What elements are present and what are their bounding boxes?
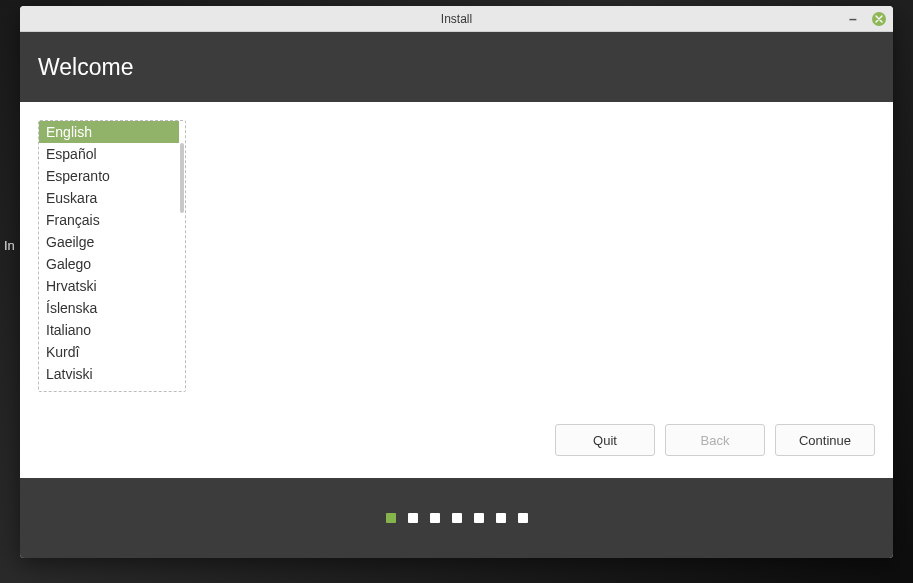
progress-dot[interactable] (496, 513, 506, 523)
titlebar[interactable]: Install – (20, 6, 893, 32)
back-button: Back (665, 424, 765, 456)
button-row: Quit Back Continue (555, 424, 875, 456)
language-option[interactable]: Íslenska (39, 297, 179, 319)
language-option[interactable]: Esperanto (39, 165, 179, 187)
language-option[interactable]: Français (39, 209, 179, 231)
language-option[interactable]: Latviski (39, 363, 179, 385)
background-text-fragment: In (4, 238, 15, 253)
progress-dot[interactable] (452, 513, 462, 523)
language-option[interactable]: Kurdî (39, 341, 179, 363)
close-icon (872, 12, 886, 26)
language-option[interactable]: English (39, 121, 179, 143)
scrollbar-thumb[interactable] (180, 143, 184, 213)
quit-button[interactable]: Quit (555, 424, 655, 456)
progress-dot[interactable] (386, 513, 396, 523)
window-title: Install (441, 12, 472, 26)
progress-footer (20, 478, 893, 558)
progress-dot[interactable] (474, 513, 484, 523)
language-option[interactable]: Italiano (39, 319, 179, 341)
progress-dot[interactable] (518, 513, 528, 523)
language-option[interactable]: Galego (39, 253, 179, 275)
continue-button[interactable]: Continue (775, 424, 875, 456)
progress-dot[interactable] (430, 513, 440, 523)
language-option[interactable]: Gaeilge (39, 231, 179, 253)
language-option[interactable]: Español (39, 143, 179, 165)
progress-dot[interactable] (408, 513, 418, 523)
installer-window: Install – Welcome EnglishEspañolEsperant… (20, 6, 893, 558)
titlebar-controls: – (845, 6, 887, 31)
language-list[interactable]: EnglishEspañolEsperantoEuskaraFrançaisGa… (38, 120, 186, 392)
page-title: Welcome (38, 54, 133, 81)
close-button[interactable] (871, 11, 887, 27)
content-area: EnglishEspañolEsperantoEuskaraFrançaisGa… (20, 102, 893, 478)
language-option[interactable]: Euskara (39, 187, 179, 209)
language-option[interactable]: Hrvatski (39, 275, 179, 297)
minimize-button[interactable]: – (845, 11, 861, 27)
page-header: Welcome (20, 32, 893, 102)
